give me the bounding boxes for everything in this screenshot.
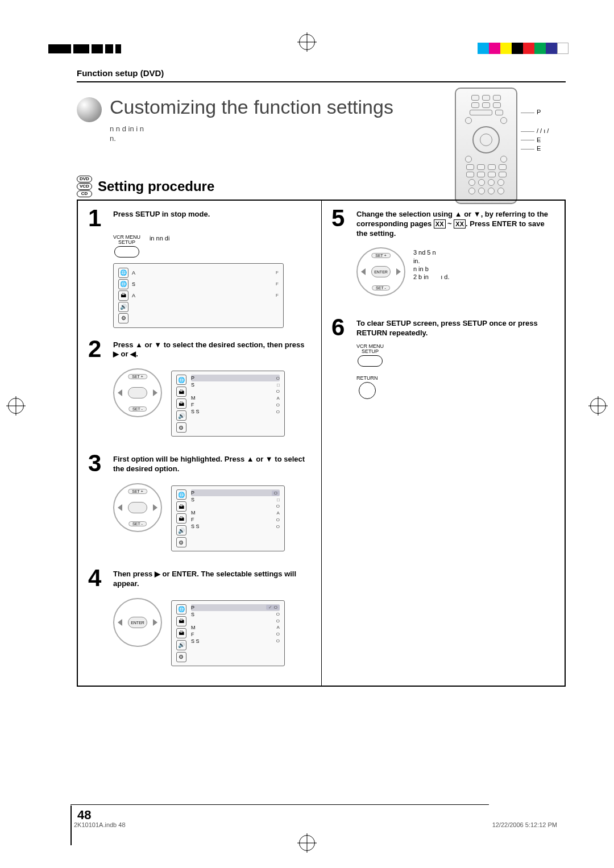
- step-text: Then press ▶ or ENTER. The selectable se…: [113, 567, 311, 589]
- step-number: 3: [88, 452, 109, 474]
- color-bar: [478, 43, 569, 54]
- step-text: Change the selection using ▲ or ▼, by re…: [356, 207, 554, 239]
- osd-screen: 🌐🏔🏔🔊⚙ PO S□ O MA FO S SO: [171, 485, 285, 551]
- osd-screen: 🌐🏔🏔🔊⚙ P✓ O SO O MA FO S SO: [171, 600, 285, 666]
- step-text: To clear SETUP screen, press SETUP once …: [356, 317, 554, 338]
- section-rule: [77, 81, 566, 82]
- registration-mark-icon: [8, 398, 24, 414]
- return-button-icon: RETURN: [356, 375, 378, 399]
- step-note: 3 nd 5 n in. n in b 2 b in ı d.: [413, 244, 538, 281]
- nav-ring-icon: SET + SET -: [113, 368, 162, 417]
- section-header: Function setup (DVD): [77, 68, 566, 78]
- step-text: Press ▲ or ▼ to select the desired secti…: [113, 338, 311, 360]
- crop-bars-top: [48, 44, 121, 53]
- step-text: Press SETUP in stop mode.: [113, 207, 210, 229]
- footer-timestamp: 12/22/2006 5:12:12 PM: [492, 821, 557, 828]
- page-title: Customizing the function settings: [110, 96, 393, 118]
- step-number: 2: [88, 338, 109, 360]
- footer-filename: 2K10101A.indb 48: [74, 821, 126, 828]
- registration-mark-icon: [590, 398, 606, 414]
- step-number: 5: [331, 207, 352, 239]
- procedure-title: Setting procedure: [98, 178, 214, 194]
- bullet-sphere-icon: [77, 97, 102, 122]
- registration-mark-icon: [299, 34, 315, 50]
- step-number: 4: [88, 567, 109, 589]
- step-text: First option will be highlighted. Press …: [113, 452, 311, 474]
- step-number: 6: [331, 317, 352, 338]
- nav-ring-icon: ENTER: [113, 598, 162, 647]
- setup-button-icon: VCR MENU SETUP: [356, 344, 384, 367]
- osd-screen: 🌐AF 🌐SF 🏔AF 🔊 ⚙: [113, 263, 284, 328]
- disc-badges: DVD VCD CD: [77, 176, 92, 197]
- procedure-frame: 1 Press SETUP in stop mode. VCR MENU SET…: [77, 200, 566, 687]
- nav-ring-icon: SET + ENTER SET -: [356, 247, 405, 296]
- step-number: 1: [88, 207, 109, 229]
- osd-screen: 🌐🏔🏔🔊⚙ PO S□ O MA FO S SO: [171, 371, 285, 437]
- page-number: 48: [77, 808, 91, 823]
- nav-ring-icon: SET + SET -: [113, 483, 162, 532]
- remote-illustration: P / / ı / E E: [455, 88, 563, 204]
- setup-button-icon: VCR MENU SETUP: [113, 235, 140, 258]
